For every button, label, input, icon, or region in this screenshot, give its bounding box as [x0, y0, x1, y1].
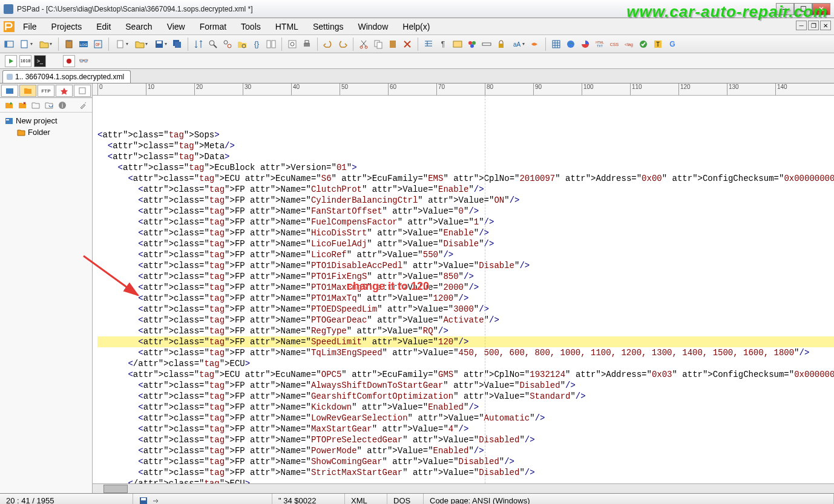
code-line[interactable]: <attr">class="tag">FP attr">Name="SpeedL… [97, 336, 834, 347]
doc-close-button[interactable]: ✕ [820, 21, 831, 30]
horizontal-scrollbar[interactable] [93, 483, 834, 493]
info-icon[interactable]: i [57, 100, 68, 111]
wrap-button[interactable] [451, 38, 464, 51]
paste-button[interactable] [62, 38, 76, 51]
code-line[interactable]: <attr">class="tag">FP attr">Name="TqLim3… [97, 347, 834, 358]
side-tab-4[interactable] [56, 85, 73, 97]
menu-projects[interactable]: Projects [45, 20, 88, 33]
code-line[interactable]: <attr">class="tag">FP attr">Name="PTOPre… [97, 434, 834, 445]
validate-button[interactable]: T [651, 38, 665, 51]
paste-clip-button[interactable] [386, 38, 399, 51]
doc-restore-button[interactable]: ❐ [808, 21, 819, 30]
menu-search[interactable]: Search [119, 20, 158, 33]
menu-view[interactable]: View [161, 20, 191, 33]
menu-settings[interactable]: Settings [307, 20, 350, 33]
code-line[interactable]: <attr">class="tag">FP attr">Name="HicoDi… [97, 227, 834, 238]
code-line[interactable]: <attr">class="tag">FP attr">Name="MaxSta… [97, 424, 834, 434]
menu-edit[interactable]: Edit [90, 20, 117, 33]
cmd-button[interactable]: >_ [34, 55, 46, 67]
doc-minimize-button[interactable]: ─ [796, 21, 807, 30]
code-line[interactable]: </attr">class="tag">ECU> [97, 358, 834, 369]
code-line[interactable]: <attr">class="tag">FP attr">Name="Always… [97, 380, 834, 391]
code-line[interactable]: <attr">class="tag">FP attr">Name="PTO1Ma… [97, 282, 834, 293]
html-txt-button[interactable]: HTMLTXT [593, 38, 606, 51]
side-tab-1[interactable] [1, 85, 18, 97]
remove-folder-icon[interactable] [17, 100, 28, 111]
code-line[interactable]: <attr">class="tag">FP attr">Name="Kickdo… [97, 402, 834, 413]
code-line[interactable]: </attr">class="tag">ECU> [97, 478, 834, 483]
side-tab-2[interactable] [19, 85, 36, 97]
google-button[interactable]: G [666, 38, 679, 51]
glasses-icon[interactable]: 👓 [77, 55, 90, 67]
tag-button[interactable]: <tag [622, 38, 635, 51]
code-line[interactable]: <attr">class="tag">FP attr">Name="PTO1Di… [97, 260, 834, 271]
maximize-button[interactable]: ☐ [794, 3, 812, 15]
code-line[interactable]: <attr">class="tag">FP attr">Name="ShowCo… [97, 456, 834, 467]
code-line[interactable]: <attr">class="tag">ECU attr">EcuName="S6… [97, 173, 834, 184]
open-file-button[interactable] [132, 38, 150, 51]
code-line[interactable]: <attr">class="tag">Meta/> [97, 140, 834, 151]
ruler-button[interactable] [480, 38, 493, 51]
tree-project[interactable]: New project [2, 115, 90, 126]
menu-html[interactable]: HTML [269, 20, 304, 33]
code-line[interactable]: <attr">class="tag">FP attr">Name="PTO1Ma… [97, 293, 834, 304]
minimize-button[interactable]: ─ [776, 3, 794, 15]
hex-button[interactable]: 0F [91, 38, 105, 51]
case-button[interactable]: aA [509, 38, 527, 51]
save-all-button[interactable] [171, 38, 184, 51]
css-button[interactable]: CSS [608, 38, 621, 51]
colors-button[interactable] [465, 38, 479, 51]
log-button[interactable]: LOG [77, 38, 90, 51]
code-line[interactable]: <attr">class="tag">Sops> [97, 129, 834, 140]
side-tab-3[interactable]: FTP [38, 85, 54, 97]
code-line[interactable]: <attr">class="tag">FP attr">Name="LowRev… [97, 413, 834, 424]
menu-tools[interactable]: Tools [235, 20, 267, 33]
project-panel-button[interactable] [2, 38, 16, 51]
pilcrow-button[interactable]: ¶ [436, 38, 450, 51]
code-line[interactable]: <attr">class="tag">FP attr">Name="Clutch… [97, 184, 834, 195]
code-line[interactable]: <attr">class="tag">FP attr">Name="PTOGea… [97, 315, 834, 326]
sync-folder-icon[interactable] [44, 100, 54, 111]
code-line[interactable]: <attr">class="tag">FP attr">Name="LicoFu… [97, 238, 834, 249]
code-line[interactable]: <attr">class="tag">FP attr">Name="PTO1Fi… [97, 271, 834, 282]
menu-file[interactable]: File [17, 20, 43, 33]
side-tab-5[interactable] [74, 85, 91, 97]
find-button[interactable] [206, 38, 220, 51]
redo-button[interactable] [336, 38, 349, 51]
table-button[interactable] [550, 38, 563, 51]
preview-button[interactable] [286, 38, 299, 51]
tools-icon[interactable] [77, 100, 88, 111]
tab-document[interactable]: 1.. 3667094.1.sops.decrypted.xml [2, 70, 131, 83]
code-line[interactable]: <attr">class="tag">FP attr">Name="Gearsh… [97, 391, 834, 402]
add-folder-icon[interactable] [4, 100, 15, 111]
new-file-button[interactable] [113, 38, 131, 51]
fish-button[interactable] [528, 38, 542, 51]
new-folder-icon[interactable] [30, 100, 41, 111]
code-line[interactable]: <attr">class="tag">FP attr">Name="PowerM… [97, 445, 834, 456]
undo-button[interactable] [321, 38, 335, 51]
print-button[interactable] [300, 38, 314, 51]
menu-format[interactable]: Format [194, 20, 232, 33]
code-line[interactable]: <attr">class="tag">FP attr">Name="PTOEDS… [97, 304, 834, 315]
code-line[interactable]: <attr">class="tag">FP attr">Name="Strict… [97, 467, 834, 478]
copy-button[interactable] [372, 38, 385, 51]
record-button[interactable] [63, 55, 75, 67]
close-button[interactable]: ✕ [812, 3, 830, 15]
world-button[interactable] [564, 38, 577, 51]
code-line[interactable]: <attr">class="tag">FP attr">Name="RegTyp… [97, 326, 834, 336]
open-project-button[interactable] [36, 38, 54, 51]
code-line[interactable]: <attr">class="tag">FP attr">Name="LicoRe… [97, 249, 834, 260]
delete-button[interactable] [401, 38, 414, 51]
code-line[interactable]: <attr">class="tag">Data> [97, 151, 834, 162]
check-button[interactable] [637, 38, 650, 51]
indent-button[interactable] [422, 38, 435, 51]
compare-button[interactable] [264, 38, 278, 51]
play-button[interactable] [5, 55, 17, 67]
tree-folder[interactable]: Folder [2, 126, 90, 138]
binary-icon[interactable]: 1010 [19, 55, 31, 67]
replace-button[interactable] [221, 38, 234, 51]
brackets-button[interactable]: {} [250, 38, 263, 51]
code-line[interactable]: <attr">class="tag">FP attr">Name="FuelCo… [97, 217, 834, 227]
code-line[interactable]: <attr">class="tag">FP attr">Name="Cylind… [97, 195, 834, 206]
cut-button[interactable] [357, 38, 370, 51]
